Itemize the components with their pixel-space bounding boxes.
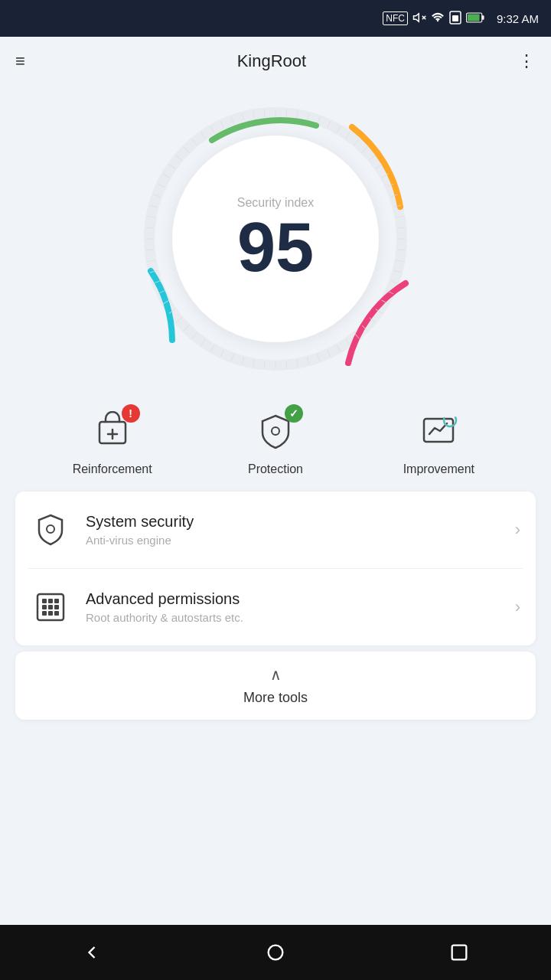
home-button[interactable] [257,934,294,971]
svg-line-55 [169,309,175,314]
svg-point-97 [269,946,283,960]
svg-line-68 [163,174,170,178]
svg-rect-90 [54,599,59,603]
app-title: KingRoot [237,51,307,71]
svg-line-78 [253,111,254,119]
svg-point-85 [444,414,456,426]
system-security-icon [31,510,70,550]
svg-line-65 [150,205,158,207]
more-menu-icon[interactable]: ⋮ [518,51,536,71]
svg-line-49 [220,350,223,357]
svg-line-73 [201,132,205,139]
svg-line-11 [307,113,309,121]
svg-line-41 [307,358,309,365]
svg-rect-88 [42,599,47,603]
svg-line-50 [210,345,214,352]
improvement-icon [418,411,459,452]
status-icons: NFC [383,11,484,27]
svg-line-66 [153,194,160,197]
svg-line-61 [146,250,154,250]
svg-line-74 [210,126,214,133]
svg-line-48 [231,354,233,361]
svg-line-47 [242,358,244,365]
sim-icon [449,11,461,27]
reinforcement-icon-wrap: ! [88,407,137,456]
svg-line-59 [150,270,158,273]
feature-protection[interactable]: ✓ Protection [230,407,321,476]
svg-line-30 [390,281,397,283]
svg-rect-3 [452,15,458,21]
svg-line-10 [297,111,298,119]
svg-rect-95 [48,611,53,616]
feature-reinforcement[interactable]: ! Reinforcement [67,407,158,476]
svg-line-60 [148,260,155,262]
status-bar: NFC 9:32 AM [0,0,551,37]
svg-line-42 [297,360,298,368]
svg-line-53 [184,325,189,331]
svg-line-13 [328,121,331,128]
svg-point-83 [272,427,279,435]
recents-button[interactable] [441,934,478,971]
gauge-section: Security index 95 [0,86,551,400]
feature-improvement[interactable]: Improvement [393,407,484,476]
svg-line-37 [346,339,350,345]
svg-line-16 [354,139,359,145]
advanced-permissions-title: Advanced permissions [86,590,500,608]
menu-icon[interactable]: ≡ [15,51,25,71]
spacer [0,720,551,925]
svg-line-46 [253,360,254,368]
protection-icon-wrap: ✓ [251,407,300,456]
svg-line-34 [370,318,376,322]
svg-rect-92 [48,605,53,609]
svg-line-52 [192,333,197,339]
reinforcement-badge: ! [122,404,140,423]
svg-line-40 [318,354,320,361]
status-time: 9:32 AM [497,12,539,25]
cards-wrapper: System security Anti-virus engine › Adva… [15,492,536,645]
svg-line-18 [370,155,376,160]
protection-badge: ✓ [285,404,303,423]
nav-bar [0,925,551,980]
svg-line-75 [220,121,223,128]
svg-line-22 [390,194,397,197]
system-security-text: System security Anti-virus engine [86,513,500,547]
system-security-subtitle: Anti-virus engine [86,534,500,547]
reinforcement-label: Reinforcement [73,462,152,476]
svg-line-35 [362,325,367,331]
svg-line-14 [337,126,341,133]
svg-line-67 [158,184,165,187]
svg-line-70 [176,155,182,160]
gauge-label: Security index [237,196,315,210]
svg-line-9 [286,109,287,117]
svg-line-31 [386,291,393,294]
gauge-inner: Security index 95 [172,136,379,342]
svg-line-38 [337,345,341,352]
mute-icon [412,11,426,27]
svg-line-45 [264,361,265,368]
svg-line-72 [192,139,197,145]
improvement-icon-wrap [414,407,463,456]
svg-rect-6 [468,14,480,21]
svg-line-79 [264,109,265,117]
system-security-card[interactable]: System security Anti-virus engine › [15,492,536,568]
svg-line-20 [382,174,389,178]
svg-line-76 [231,116,233,123]
svg-line-28 [396,260,404,262]
more-tools-section[interactable]: ∧ More tools [15,652,536,720]
svg-line-64 [148,216,155,217]
svg-line-69 [169,164,175,168]
battery-icon [466,12,484,25]
advanced-permissions-card[interactable]: Advanced permissions Root authority & au… [15,569,536,645]
svg-line-56 [163,300,170,304]
wifi-icon [431,11,445,27]
features-row: ! Reinforcement ✓ Protection Improvement [0,400,551,492]
advanced-permissions-text: Advanced permissions Root authority & au… [86,590,500,624]
svg-line-12 [318,116,320,123]
improvement-label: Improvement [403,462,474,476]
svg-line-29 [394,270,402,273]
advanced-permissions-subtitle: Root authority & autostarts etc. [86,611,500,624]
protection-label: Protection [248,462,303,476]
back-button[interactable] [73,934,110,971]
advanced-permissions-arrow: › [515,597,520,617]
svg-line-17 [362,147,367,152]
